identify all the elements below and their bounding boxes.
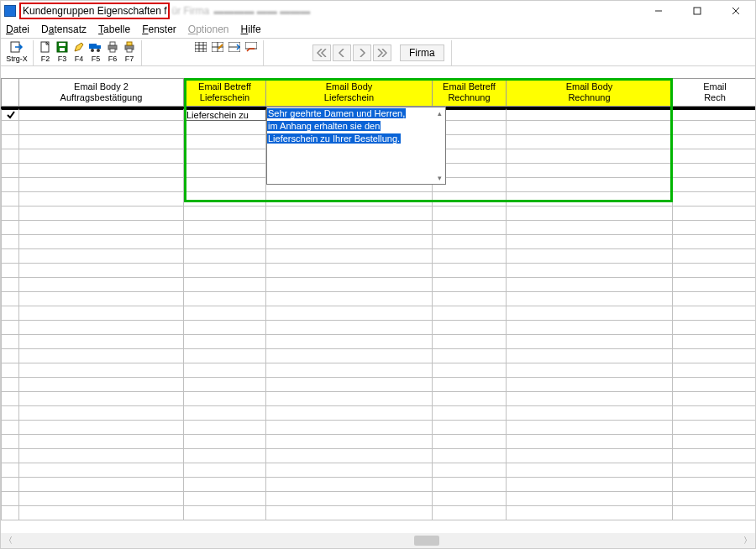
- empty-cell[interactable]: [266, 249, 433, 264]
- empty-cell[interactable]: [433, 321, 507, 335]
- empty-cell[interactable]: [266, 421, 433, 435]
- empty-cell[interactable]: [266, 363, 433, 378]
- empty-cell[interactable]: [1, 278, 19, 292]
- empty-cell[interactable]: [433, 378, 507, 392]
- empty-cell[interactable]: [1, 164, 19, 178]
- empty-cell[interactable]: [433, 335, 507, 349]
- empty-cell[interactable]: [266, 449, 433, 463]
- table-row[interactable]: [1, 463, 755, 478]
- empty-cell[interactable]: [1, 406, 19, 421]
- empty-cell[interactable]: [19, 492, 184, 506]
- empty-cell[interactable]: [184, 349, 266, 363]
- empty-cell[interactable]: [433, 435, 507, 449]
- nav-next[interactable]: [353, 44, 371, 61]
- empty-cell[interactable]: [673, 264, 755, 278]
- cell-extra[interactable]: [673, 108, 755, 121]
- empty-cell[interactable]: [1, 221, 19, 235]
- empty-cell[interactable]: [1, 449, 19, 463]
- table-row[interactable]: [1, 306, 755, 321]
- empty-cell[interactable]: [19, 207, 184, 221]
- empty-cell[interactable]: [184, 121, 266, 135]
- empty-cell[interactable]: [673, 149, 755, 164]
- empty-cell[interactable]: [184, 135, 266, 149]
- empty-cell[interactable]: [19, 378, 184, 392]
- empty-cell[interactable]: [184, 378, 266, 392]
- empty-cell[interactable]: [19, 178, 184, 192]
- empty-cell[interactable]: [507, 221, 673, 235]
- horizontal-scrollbar[interactable]: 〈 〉: [1, 533, 755, 548]
- empty-cell[interactable]: [507, 506, 673, 520]
- tool-f2[interactable]: F2: [37, 40, 54, 63]
- empty-cell[interactable]: [673, 207, 755, 221]
- empty-cell[interactable]: [1, 192, 19, 207]
- table-row[interactable]: [1, 321, 755, 335]
- empty-cell[interactable]: [673, 492, 755, 506]
- empty-cell[interactable]: [507, 149, 673, 164]
- cell-betreff-lieferschein[interactable]: Lieferschein zu: [184, 108, 266, 121]
- empty-cell[interactable]: [673, 392, 755, 406]
- table-row[interactable]: [1, 235, 755, 249]
- empty-cell[interactable]: [507, 492, 673, 506]
- empty-cell[interactable]: [673, 221, 755, 235]
- empty-cell[interactable]: [19, 421, 184, 435]
- tool-f5[interactable]: F5: [87, 40, 104, 63]
- empty-cell[interactable]: [673, 406, 755, 421]
- col-header-emailbody2[interactable]: Email Body 2 Auftragsbestätigung: [19, 78, 184, 107]
- empty-cell[interactable]: [19, 335, 184, 349]
- empty-cell[interactable]: [1, 178, 19, 192]
- table-row[interactable]: [1, 449, 755, 463]
- menu-datei[interactable]: Datei: [6, 24, 29, 35]
- empty-cell[interactable]: [433, 249, 507, 264]
- empty-cell[interactable]: [507, 306, 673, 321]
- empty-cell[interactable]: [184, 478, 266, 492]
- empty-cell[interactable]: [266, 278, 433, 292]
- empty-cell[interactable]: [266, 221, 433, 235]
- empty-cell[interactable]: [184, 406, 266, 421]
- empty-cell[interactable]: [1, 421, 19, 435]
- empty-cell[interactable]: [1, 149, 19, 164]
- table-row[interactable]: [1, 349, 755, 363]
- empty-cell[interactable]: [266, 435, 433, 449]
- empty-cell[interactable]: [184, 164, 266, 178]
- empty-cell[interactable]: [184, 292, 266, 306]
- empty-cell[interactable]: [507, 135, 673, 149]
- empty-cell[interactable]: [507, 264, 673, 278]
- empty-cell[interactable]: [184, 235, 266, 249]
- empty-cell[interactable]: [184, 306, 266, 321]
- empty-cell[interactable]: [266, 463, 433, 478]
- empty-cell[interactable]: [19, 292, 184, 306]
- empty-cell[interactable]: [507, 292, 673, 306]
- tool-grid2[interactable]: [209, 40, 226, 54]
- empty-cell[interactable]: [673, 178, 755, 192]
- empty-cell[interactable]: [507, 378, 673, 392]
- empty-cell[interactable]: [1, 363, 19, 378]
- empty-cell[interactable]: [673, 121, 755, 135]
- empty-cell[interactable]: [507, 363, 673, 378]
- empty-cell[interactable]: [507, 192, 673, 207]
- nav-last[interactable]: [373, 44, 391, 61]
- menu-tabelle[interactable]: Tabelle: [98, 24, 130, 35]
- nav-first[interactable]: [312, 44, 331, 61]
- empty-cell[interactable]: [1, 207, 19, 221]
- empty-cell[interactable]: [19, 321, 184, 335]
- table-row[interactable]: [1, 221, 755, 235]
- empty-cell[interactable]: [673, 463, 755, 478]
- empty-cell[interactable]: [673, 435, 755, 449]
- empty-cell[interactable]: [266, 292, 433, 306]
- empty-cell[interactable]: [433, 492, 507, 506]
- menu-fenster[interactable]: Fenster: [142, 24, 176, 35]
- empty-cell[interactable]: [433, 349, 507, 363]
- empty-cell[interactable]: [266, 478, 433, 492]
- empty-cell[interactable]: [266, 506, 433, 520]
- empty-cell[interactable]: [433, 235, 507, 249]
- minimize-button[interactable]: [639, 1, 678, 21]
- empty-cell[interactable]: [184, 335, 266, 349]
- firma-button[interactable]: Firma: [400, 44, 444, 61]
- empty-cell[interactable]: [19, 192, 184, 207]
- empty-cell[interactable]: [266, 335, 433, 349]
- empty-cell[interactable]: [507, 449, 673, 463]
- table-row[interactable]: [1, 435, 755, 449]
- empty-cell[interactable]: [266, 378, 433, 392]
- close-button[interactable]: [717, 1, 755, 21]
- nav-prev[interactable]: [333, 44, 351, 61]
